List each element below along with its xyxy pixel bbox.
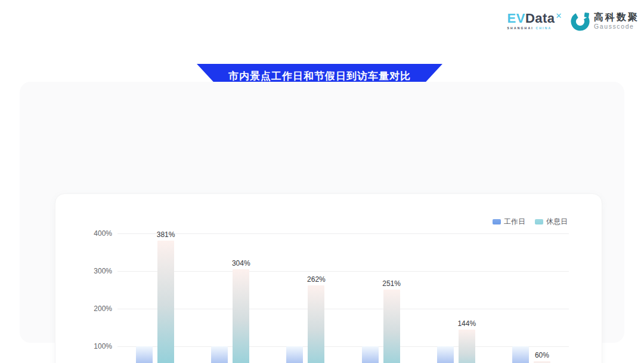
gausscode-cn-name: 高科数聚: [594, 12, 639, 23]
evdata-wordmark: EVData✕: [507, 12, 562, 25]
bar-休息日[interactable]: 251%: [383, 290, 400, 363]
page-title: 市内景点工作日和节假日到访车量对比: [228, 69, 411, 83]
bar-value-label: 304%: [232, 259, 250, 267]
evdata-subtext-right: CHINA: [535, 26, 552, 30]
evdata-data-text: Data: [525, 11, 555, 26]
legend-item-休息日[interactable]: 休息日: [535, 217, 568, 227]
bar-休息日[interactable]: 381%: [157, 241, 174, 363]
legend: 工作日休息日: [493, 217, 568, 227]
page: EVData✕ SHANGHAI CHINA 高科数聚 Gausscode 市内…: [0, 0, 644, 363]
evdata-subtext-left: SHANGHAI: [507, 26, 534, 30]
header-logos: EVData✕ SHANGHAI CHINA 高科数聚 Gausscode: [507, 11, 639, 31]
bar-休息日[interactable]: 262%: [308, 285, 324, 363]
bar-工作日[interactable]: [362, 346, 379, 363]
bar-value-label: 381%: [157, 230, 175, 239]
y-axis-tick: 100%: [94, 342, 112, 350]
evdata-subtext: SHANGHAI CHINA: [507, 26, 552, 30]
bar-value-label: 251%: [382, 279, 401, 288]
legend-item-工作日[interactable]: 工作日: [493, 217, 525, 227]
bar-group: 262%广富林: [268, 233, 343, 363]
legend-swatch: [493, 219, 501, 224]
y-axis-tick: 200%: [94, 304, 112, 313]
gausscode-logo: 高科数聚 Gausscode: [570, 11, 639, 31]
bar-value-label: 262%: [307, 275, 326, 284]
bar-工作日[interactable]: [211, 346, 228, 363]
evdata-ev-text: EV: [507, 11, 525, 26]
bar-工作日[interactable]: [136, 346, 153, 363]
evdata-logo: EVData✕ SHANGHAI CHINA: [507, 12, 562, 30]
gausscode-en-name: Gausscode: [594, 23, 639, 30]
legend-swatch: [535, 219, 543, 224]
y-axis-tick: 300%: [94, 267, 112, 275]
bar-value-label: 144%: [457, 319, 476, 328]
gausscode-g-icon: [570, 11, 590, 31]
bar-chart: 0%100%200%300%400%381%辰山植物园304%上海欢乐谷262%…: [117, 233, 569, 363]
bar-工作日[interactable]: [437, 346, 454, 363]
bar-group: 60%国家会展中心(上海): [494, 233, 569, 363]
bar-group: 144%上海迪士尼度假区: [419, 233, 494, 363]
evdata-x-icon: ✕: [556, 11, 562, 20]
chart-card: 工作日休息日 0%100%200%300%400%381%辰山植物园304%上海…: [55, 193, 602, 363]
bar-工作日[interactable]: [512, 346, 529, 363]
bar-group: 381%辰山植物园: [117, 233, 193, 363]
y-axis-tick: 400%: [94, 229, 112, 238]
bar-休息日[interactable]: 304%: [233, 269, 249, 363]
legend-label: 工作日: [504, 217, 525, 227]
bar-工作日[interactable]: [286, 346, 303, 363]
chart-panel: 工作日休息日 0%100%200%300%400%381%辰山植物园304%上海…: [20, 82, 624, 343]
legend-label: 休息日: [546, 217, 568, 227]
bar-休息日[interactable]: 144%: [459, 330, 475, 363]
bar-group: 304%上海欢乐谷: [193, 233, 268, 363]
gausscode-text: 高科数聚 Gausscode: [594, 12, 639, 30]
bar-value-label: 60%: [535, 351, 549, 359]
bar-groups: 381%辰山植物园304%上海欢乐谷262%广富林251%上海野生动物园144%…: [117, 233, 569, 363]
bar-group: 251%上海野生动物园: [343, 233, 419, 363]
